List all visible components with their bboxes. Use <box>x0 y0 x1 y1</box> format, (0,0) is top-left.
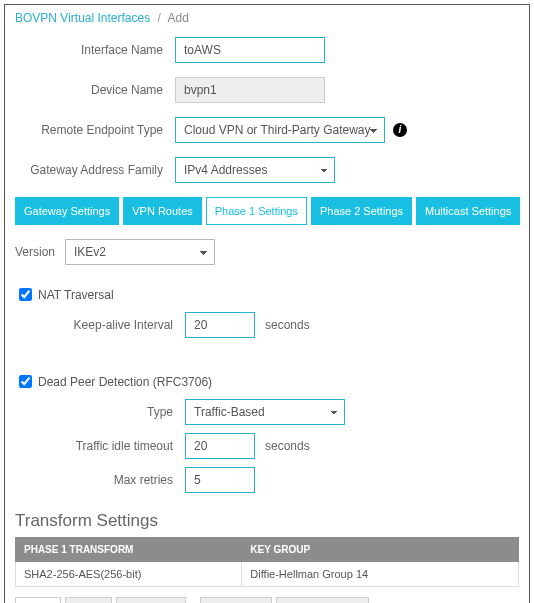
version-label: Version <box>15 245 65 259</box>
tab-phase1-settings[interactable]: Phase 1 Settings <box>206 197 307 225</box>
keepalive-input[interactable] <box>185 312 255 338</box>
keepalive-unit: seconds <box>265 318 310 332</box>
version-select[interactable]: IKEv2 <box>65 239 215 265</box>
transform-table: Phase 1 Transform Key Group SHA2-256-AES… <box>15 537 519 587</box>
table-row[interactable]: SHA2-256-AES(256-bit) Diffie-Hellman Gro… <box>16 562 519 587</box>
breadcrumb-sep: / <box>158 11 161 25</box>
nat-traversal-label: NAT Traversal <box>38 288 114 302</box>
gw-family-label: Gateway Address Family <box>15 163 175 177</box>
movedown-button[interactable]: MOVE DOWN <box>276 597 368 603</box>
col-phase1-transform: Phase 1 Transform <box>16 538 242 562</box>
breadcrumb: BOVPN Virtual Interfaces / Add <box>15 11 519 25</box>
max-retries-input[interactable] <box>185 467 255 493</box>
remote-endpoint-label: Remote Endpoint Type <box>15 123 175 137</box>
interface-name-label: Interface Name <box>15 43 175 57</box>
tab-vpn-routes[interactable]: VPN Routes <box>123 197 202 225</box>
remove-button[interactable]: REMOVE <box>116 597 186 603</box>
cell-keygroup: Diffie-Hellman Group 14 <box>242 562 519 587</box>
idle-timeout-unit: seconds <box>265 439 310 453</box>
tab-multicast-settings[interactable]: Multicast Settings <box>416 197 520 225</box>
transform-heading: Transform Settings <box>15 511 519 531</box>
tab-phase2-settings[interactable]: Phase 2 Settings <box>311 197 412 225</box>
breadcrumb-current: Add <box>168 11 189 25</box>
dpd-type-label: Type <box>15 405 185 419</box>
nat-traversal-checkbox[interactable] <box>19 288 32 301</box>
device-name-input <box>175 77 325 103</box>
dpd-type-select[interactable]: Traffic-Based <box>185 399 345 425</box>
dpd-checkbox[interactable] <box>19 375 32 388</box>
device-name-label: Device Name <box>15 83 175 97</box>
info-icon[interactable]: i <box>393 123 407 137</box>
remote-endpoint-select[interactable]: Cloud VPN or Third-Party Gateway <box>175 117 385 143</box>
gw-family-select[interactable]: IPv4 Addresses <box>175 157 335 183</box>
idle-timeout-input[interactable] <box>185 433 255 459</box>
dpd-label: Dead Peer Detection (RFC3706) <box>38 375 212 389</box>
edit-button[interactable]: EDIT <box>65 597 112 603</box>
col-key-group: Key Group <box>242 538 519 562</box>
moveup-button[interactable]: MOVE UP <box>200 597 273 603</box>
tab-gateway-settings[interactable]: Gateway Settings <box>15 197 119 225</box>
keepalive-label: Keep-alive Interval <box>15 318 185 332</box>
cell-transform: SHA2-256-AES(256-bit) <box>16 562 242 587</box>
interface-name-input[interactable] <box>175 37 325 63</box>
add-button[interactable]: ADD <box>15 597 61 603</box>
tabstrip: Gateway Settings VPN Routes Phase 1 Sett… <box>15 197 519 225</box>
max-retries-label: Max retries <box>15 473 185 487</box>
breadcrumb-root-link[interactable]: BOVPN Virtual Interfaces <box>15 11 150 25</box>
idle-timeout-label: Traffic idle timeout <box>15 439 185 453</box>
